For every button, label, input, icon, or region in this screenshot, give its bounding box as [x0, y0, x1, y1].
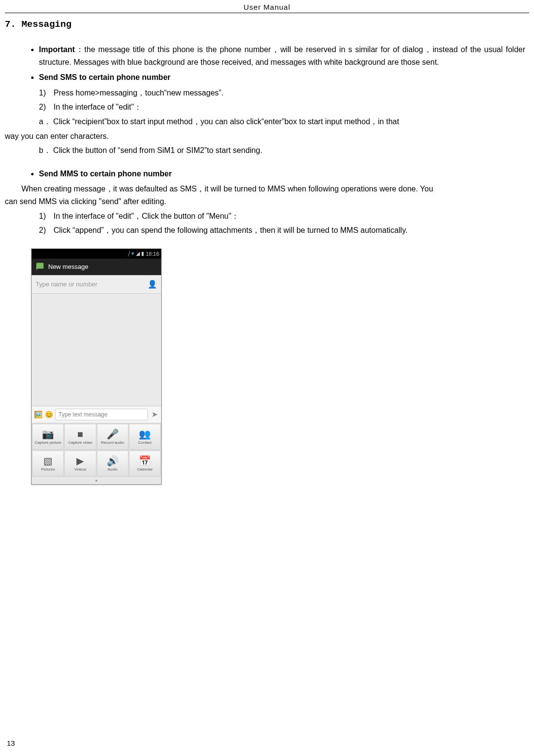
mms-para-1: When creating message，it was defaulted a…: [21, 183, 525, 195]
mms-step-2: Click “append”，you can spend the followi…: [54, 226, 407, 234]
bullet-send-mms: Send MMS to certain phone number: [39, 168, 525, 180]
compose-placeholder: Type text message: [58, 411, 108, 418]
important-label: Important: [39, 45, 75, 54]
mms-para-2: can send MMS via clicking "send" after e…: [5, 195, 529, 208]
gallery-icon: ▧: [43, 456, 53, 466]
send-mms-label: Send MMS to certain phone number: [39, 170, 172, 178]
bluetooth-icon: ⧸: [128, 250, 130, 257]
page-number: 13: [7, 739, 15, 747]
attach-capture-picture[interactable]: 📷 Capture picture: [32, 424, 64, 450]
sms-step-a-wrap: way you can enter characters.: [5, 130, 529, 143]
phone-screenshot: ⧸ ▾ ◢ ▮ 18:16 New message Type name or n…: [31, 248, 162, 485]
attachment-grid: 📷 Capture picture ■ Capture video 🎤 Reco…: [32, 423, 161, 477]
attach-record-audio[interactable]: 🎤 Record audio: [97, 424, 129, 450]
play-icon: ▶: [76, 456, 84, 466]
app-bar-title: New message: [48, 263, 88, 270]
attach-pictures[interactable]: ▧ Pictures: [32, 451, 64, 477]
bullet-important: Important：the message title of this phon…: [39, 43, 525, 68]
sms-step-b-row: b． Click the button of “send from SiM1 o…: [39, 144, 529, 157]
sms-step-a: a． Click “recipient”box to start input m…: [39, 117, 399, 126]
add-contact-icon[interactable]: 👤: [147, 280, 157, 289]
camera-icon: 📷: [42, 429, 54, 439]
attach-calendar[interactable]: 📅 Calendar: [129, 451, 161, 477]
emoji-icon[interactable]: 😊: [44, 410, 53, 419]
important-text: ：the message title of this phone is the …: [39, 45, 525, 66]
mms-steps: 1)In the interface of "edit"，Click the b…: [39, 210, 529, 237]
signal-icon: ◢: [136, 250, 140, 257]
attach-videos[interactable]: ▶ Videos: [64, 451, 96, 477]
sms-step-1: Press home>messaging，touch“new messages”…: [54, 89, 223, 97]
attach-capture-video[interactable]: ■ Capture video: [64, 424, 96, 450]
status-bar: ⧸ ▾ ◢ ▮ 18:16: [32, 249, 161, 259]
send-icon[interactable]: ➤: [150, 410, 159, 419]
sms-steps: 1)Press home>messaging，touch“new message…: [39, 87, 529, 128]
mic-icon: 🎤: [107, 429, 119, 439]
home-indicator: ●: [32, 477, 161, 484]
message-icon[interactable]: [36, 262, 44, 271]
picture-icon[interactable]: 🖼️: [34, 410, 42, 419]
speaker-icon: 🔊: [107, 456, 119, 466]
sms-step-b: b． Click the button of “send from SiM1 o…: [39, 146, 262, 154]
compose-input[interactable]: Type text message: [55, 409, 148, 420]
sms-step-2: In the interface of "edit"：: [54, 103, 142, 111]
bullet-list-2: Send MMS to certain phone number: [39, 168, 525, 180]
videocam-icon: ■: [77, 429, 83, 439]
send-sms-label: Send SMS to certain phone number: [39, 73, 170, 81]
message-body-area: [32, 294, 161, 406]
wifi-icon: ▾: [131, 250, 134, 257]
clock-text: 18:16: [146, 251, 159, 257]
attach-contact[interactable]: 👥 Contact: [129, 424, 161, 450]
battery-icon: ▮: [141, 250, 144, 257]
mms-step-1: In the interface of "edit"，Click the but…: [54, 212, 239, 220]
bullet-send-sms: Send SMS to certain phone number: [39, 71, 525, 84]
attach-audio[interactable]: 🔊 Audio: [97, 451, 129, 477]
calendar-icon: 📅: [139, 456, 151, 466]
header-title: User Manual: [243, 3, 290, 11]
app-bar: New message: [32, 259, 161, 275]
bullet-list: Important：the message title of this phon…: [39, 43, 525, 84]
compose-row: 🖼️ 😊 Type text message ➤: [32, 406, 161, 423]
section-heading: 7. Messaging: [5, 19, 529, 30]
recipient-placeholder: Type name or number: [36, 281, 97, 288]
recipient-input[interactable]: Type name or number 👤: [32, 275, 161, 294]
page-header: User Manual: [5, 0, 529, 13]
contacts-icon: 👥: [139, 429, 151, 439]
